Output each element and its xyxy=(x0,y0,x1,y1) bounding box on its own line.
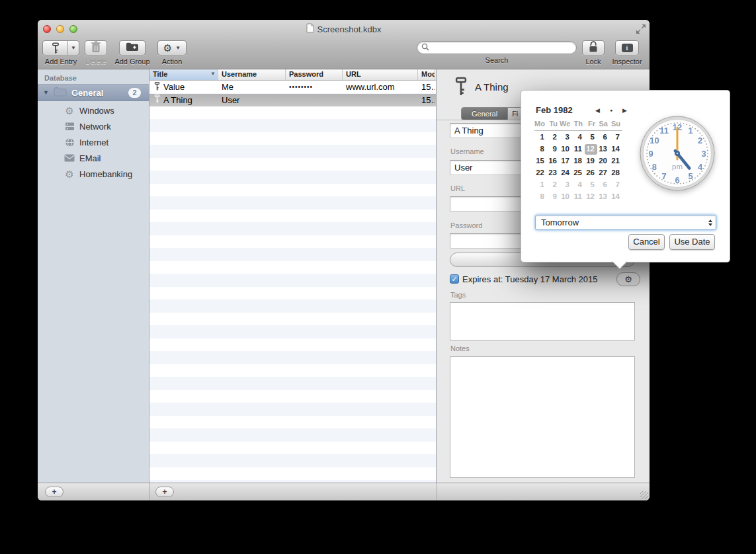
tags-textarea[interactable] xyxy=(450,302,635,340)
calendar-day[interactable]: 5 xyxy=(585,180,597,190)
calendar-day[interactable]: 14 xyxy=(610,192,622,202)
expires-checkbox[interactable]: ✓ xyxy=(450,274,459,284)
table-add-button[interactable]: + xyxy=(155,487,174,497)
search-field[interactable] xyxy=(417,41,577,54)
calendar-day[interactable]: 18 xyxy=(572,156,585,167)
clock-numeral: 1 xyxy=(688,126,693,136)
clock-numeral: 8 xyxy=(652,162,657,172)
delete-button[interactable] xyxy=(85,40,107,56)
window-title: Screenshot.kdbx xyxy=(317,24,382,34)
calendar-week-row: 891011121314 xyxy=(534,191,622,203)
calendar-day[interactable]: 22 xyxy=(534,168,547,178)
table-row[interactable]: A ThingUser15… xyxy=(149,94,436,107)
sidebar-item-label: Windows xyxy=(79,106,114,116)
calendar-day[interactable]: 6 xyxy=(597,132,610,143)
calendar-day[interactable]: 9 xyxy=(547,192,560,202)
calendar-day[interactable]: 6 xyxy=(597,180,610,190)
cell-username: User xyxy=(218,95,286,105)
add-entry-label: Add Entry xyxy=(45,58,77,65)
calendar-day[interactable]: 16 xyxy=(547,156,560,167)
sidebar-item-email[interactable]: EMail xyxy=(38,150,149,166)
titlebar[interactable]: Screenshot.kdbx xyxy=(38,20,650,38)
calendar-next-button[interactable]: ▶ xyxy=(622,106,627,114)
calendar-day[interactable]: 11 xyxy=(572,144,585,155)
column-header-password[interactable]: Password xyxy=(286,69,343,80)
calendar-day[interactable]: 3 xyxy=(560,132,572,143)
use-date-button[interactable]: Use Date xyxy=(669,234,715,250)
column-header-title[interactable]: Title▼ xyxy=(149,69,218,80)
column-header-username[interactable]: Username xyxy=(218,69,286,80)
calendar-day[interactable]: 10 xyxy=(560,192,572,202)
calendar-day[interactable]: 20 xyxy=(597,156,610,167)
column-header-modi[interactable]: Modi… xyxy=(418,69,435,80)
calendar-day[interactable]: 8 xyxy=(534,192,547,202)
calendar-prev-button[interactable]: ◀ xyxy=(595,106,600,114)
notes-textarea[interactable] xyxy=(450,356,635,478)
cancel-button[interactable]: Cancel xyxy=(628,234,665,250)
calendar-day[interactable]: 14 xyxy=(610,144,622,155)
lock-button[interactable] xyxy=(582,40,605,56)
calendar-day[interactable]: 25 xyxy=(572,168,585,178)
disclosure-triangle-icon[interactable]: ▼ xyxy=(43,89,49,96)
sidebar-item-network[interactable]: Network xyxy=(38,118,149,134)
calendar-day[interactable]: 4 xyxy=(572,132,585,143)
calendar-day[interactable]: 5 xyxy=(585,132,597,143)
calendar-day[interactable]: 13 xyxy=(597,192,610,202)
table-row[interactable]: ValueMe••••••••www.url.com15… xyxy=(149,81,436,94)
column-header-url[interactable]: URL xyxy=(343,69,418,80)
calendar-day[interactable]: 15 xyxy=(534,156,547,167)
calendar-day[interactable]: 24 xyxy=(560,168,572,178)
calendar-day[interactable]: 3 xyxy=(560,180,572,190)
cell-modified: 15… xyxy=(418,95,435,105)
calendar-day[interactable]: 8 xyxy=(534,144,547,155)
clock-numeral: 9 xyxy=(648,149,653,159)
add-group-button[interactable] xyxy=(119,40,146,56)
calendar-today-button[interactable]: ● xyxy=(610,106,612,114)
sidebar-add-button[interactable]: + xyxy=(45,487,63,497)
calendar-day[interactable]: 2 xyxy=(547,180,560,190)
calendar-day[interactable]: 1 xyxy=(534,180,547,190)
add-entry-dropdown[interactable]: ▼ xyxy=(67,41,79,55)
calendar-day[interactable]: 12 xyxy=(585,144,597,155)
gear-icon: ⚙ xyxy=(64,169,75,179)
calendar-day[interactable]: 4 xyxy=(572,180,585,190)
clock-period-label: pm xyxy=(672,163,683,171)
entry-table: Title▼UsernamePasswordURLModi… ValueMe••… xyxy=(149,69,437,483)
bottom-bar: + + xyxy=(38,483,650,500)
calendar-day[interactable]: 21 xyxy=(610,156,622,167)
folder-plus-icon xyxy=(126,42,139,54)
search-input[interactable] xyxy=(429,43,562,52)
calendar-day[interactable]: 27 xyxy=(597,168,610,178)
tab-general[interactable]: General xyxy=(461,107,508,120)
calendar-day[interactable]: 12 xyxy=(585,192,597,202)
sidebar-item-internet[interactable]: Internet xyxy=(38,134,149,150)
sidebar-item-homebanking[interactable]: ⚙Homebanking xyxy=(38,166,149,182)
calendar-weekday: Tu xyxy=(547,120,560,128)
calendar-day[interactable]: 19 xyxy=(585,156,597,167)
calendar-day[interactable]: 23 xyxy=(547,168,560,178)
calendar-day[interactable]: 28 xyxy=(610,168,622,178)
calendar-day[interactable]: 2 xyxy=(547,132,560,143)
sidebar-group-general[interactable]: ▼ General 2 xyxy=(38,84,149,101)
resize-grip[interactable] xyxy=(640,491,648,499)
calendar-day[interactable]: 13 xyxy=(597,144,610,155)
calendar-day[interactable]: 17 xyxy=(560,156,572,167)
calendar-day[interactable]: 11 xyxy=(572,192,585,202)
date-preset-value: Tomorrow xyxy=(541,218,704,227)
add-entry-button[interactable]: ▼ xyxy=(42,40,79,56)
analog-clock[interactable]: 123456789101112 pm xyxy=(638,114,716,192)
calendar-day[interactable]: 10 xyxy=(560,144,572,155)
expires-date-picker-button[interactable]: ⚙ xyxy=(616,272,640,286)
date-preset-dropdown[interactable]: Tomorrow xyxy=(535,215,716,230)
sidebar-item-windows[interactable]: ⚙Windows xyxy=(38,102,149,118)
calendar-weekday: Fr xyxy=(585,120,597,128)
calendar-day[interactable]: 7 xyxy=(610,132,622,143)
fullscreen-icon[interactable] xyxy=(636,24,646,34)
calendar-day[interactable]: 26 xyxy=(585,168,597,178)
calendar-day[interactable]: 1 xyxy=(534,132,547,143)
table-body[interactable]: ValueMe••••••••www.url.com15…A ThingUser… xyxy=(149,81,436,483)
calendar-day[interactable]: 9 xyxy=(547,144,560,155)
action-button[interactable]: ⚙ ▼ xyxy=(157,40,187,56)
calendar-day[interactable]: 7 xyxy=(610,180,622,190)
inspector-button[interactable]: i xyxy=(615,40,639,56)
